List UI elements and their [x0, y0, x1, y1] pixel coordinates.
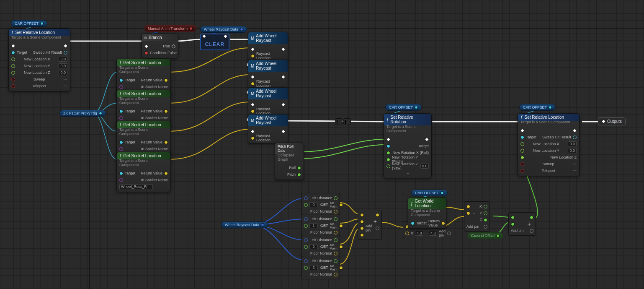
- pin-retval[interactable]: [164, 141, 168, 144]
- chk-teleport[interactable]: [572, 170, 577, 171]
- pin-sweephit[interactable]: [573, 135, 577, 139]
- pin-nz[interactable]: [520, 156, 524, 159]
- node-add-vector[interactable]: + Add pin: [358, 210, 382, 240]
- exec-out[interactable]: [223, 34, 227, 38]
- val-b[interactable]: 4.0: [429, 231, 437, 236]
- pin-hd[interactable]: [334, 259, 337, 263]
- exec-false[interactable]: [178, 51, 178, 55]
- node-set-relative-location-2[interactable]: ƒSet Relative Location Target is a Scene…: [518, 113, 580, 176]
- node-get-socket-4[interactable]: ƒGet Socket Location Target is a Scene C…: [116, 152, 171, 192]
- exec-out[interactable]: [281, 102, 285, 107]
- pin-b[interactable]: [511, 222, 515, 226]
- pin-nx[interactable]: [11, 57, 15, 61]
- val-z[interactable]: 0.0: [59, 70, 67, 75]
- node-array-get-2[interactable]: Hit Distance 2GETact Point Floor Normal: [301, 235, 340, 258]
- pin-nx[interactable]: [520, 142, 524, 146]
- pin-out[interactable]: [376, 213, 379, 217]
- exec-out[interactable]: [63, 44, 67, 48]
- pin-idx[interactable]: [304, 203, 308, 207]
- pin-d[interactable]: [360, 233, 364, 237]
- pin-target[interactable]: [119, 141, 123, 144]
- node-add-wheel-4[interactable]: MAdd Wheel Raycast Raycast Location: [248, 114, 288, 143]
- pin-loc[interactable]: [251, 136, 255, 140]
- pin-idx[interactable]: [304, 266, 308, 270]
- chk-sweep[interactable]: [63, 79, 67, 80]
- node-branch[interactable]: ⎌Branch True ConditionFalse: [142, 34, 178, 58]
- pin-fn[interactable]: [334, 273, 337, 276]
- pin-fn[interactable]: [334, 252, 337, 255]
- pin-nz[interactable]: [11, 71, 15, 75]
- exec-in[interactable]: [250, 47, 255, 51]
- pin-roll[interactable]: [297, 166, 301, 170]
- pin-insocket[interactable]: [119, 116, 123, 120]
- pin-ry[interactable]: [386, 158, 390, 161]
- pin-a[interactable]: [466, 205, 470, 208]
- exec-in[interactable]: [601, 119, 605, 123]
- pin-target[interactable]: [520, 135, 524, 139]
- pin-arr[interactable]: [304, 259, 308, 263]
- pin-x[interactable]: [484, 205, 487, 208]
- reroute-exec[interactable]: [335, 118, 343, 125]
- pin-cond[interactable]: [144, 51, 148, 55]
- node-add-wheel-2[interactable]: MAdd Wheel Raycast Raycast Location: [248, 60, 288, 89]
- index[interactable]: 1: [309, 223, 318, 228]
- pin-insocket[interactable]: [119, 147, 123, 151]
- pin-retval[interactable]: [441, 221, 445, 225]
- pin-hd[interactable]: [334, 238, 337, 242]
- pin-teleport[interactable]: [520, 169, 524, 173]
- index[interactable]: 0: [309, 202, 318, 207]
- pin-pitch[interactable]: [297, 173, 301, 177]
- socket-name[interactable]: Wheel_Rear_R: [119, 184, 153, 189]
- pin-sweep[interactable]: [11, 78, 15, 81]
- pin-c[interactable]: [360, 227, 364, 230]
- val-y[interactable]: 0.0: [568, 148, 577, 153]
- pin-arr[interactable]: [304, 196, 308, 200]
- pin-ip[interactable]: [339, 245, 343, 249]
- exec-out[interactable]: [572, 128, 577, 133]
- pin-out[interactable]: [530, 216, 533, 219]
- pin-ip[interactable]: [339, 224, 343, 228]
- pin-target[interactable]: [11, 51, 15, 55]
- exec-out[interactable]: [281, 75, 285, 79]
- pin-ny[interactable]: [11, 64, 15, 68]
- pin-loc[interactable]: [251, 82, 255, 86]
- node-pitch-roll-calc[interactable]: Pitch Roll Calc Collapsed Graph Roll Pit…: [275, 143, 304, 180]
- pin-y[interactable]: [484, 211, 487, 215]
- exec-in[interactable]: [202, 34, 206, 38]
- exec-out[interactable]: [425, 137, 429, 141]
- tag-wheel-raycast-data-top[interactable]: Wheel Raycast Data: [200, 26, 247, 33]
- exec-true[interactable]: [171, 44, 175, 48]
- node-add-wheel-1[interactable]: MAdd Wheel Raycast Raycast Location: [248, 32, 288, 61]
- pin-retval[interactable]: [164, 109, 168, 113]
- pin-a[interactable]: [360, 213, 364, 217]
- add-pin-icon[interactable]: [376, 227, 379, 230]
- pin-hd[interactable]: [334, 217, 337, 221]
- pin-retval[interactable]: [164, 78, 168, 82]
- pin-fn[interactable]: [334, 231, 337, 234]
- node-subtract-break[interactable]: X −Y Z Add pin: [464, 201, 490, 232]
- exec-in[interactable]: [250, 75, 255, 79]
- tag-car-offset-1[interactable]: CAR OFFSET: [11, 20, 47, 27]
- pin-arr[interactable]: [304, 238, 308, 242]
- node-add-float[interactable]: + Add pin: [508, 212, 536, 236]
- pin-a[interactable]: [511, 216, 515, 219]
- node-array-get-3[interactable]: Hit Distance 3GETact Point Floor Normal: [301, 256, 340, 279]
- tag-ground-offset[interactable]: Ground Offset: [467, 232, 503, 239]
- add-pin-icon[interactable]: [530, 229, 533, 233]
- node-get-world-location[interactable]: ƒGet World Location Target is a Scene Co…: [408, 197, 446, 229]
- pin-target[interactable]: [411, 221, 415, 225]
- pin-ip[interactable]: [339, 266, 343, 270]
- index[interactable]: 2: [309, 244, 318, 249]
- tag-wheel-raycast-data-bottom[interactable]: Wheel Raycast Data: [221, 221, 268, 228]
- tag-car-offset-3[interactable]: CAR OFFSET: [519, 104, 556, 111]
- tag-car-offset-4[interactable]: CAR OFFSET: [411, 190, 448, 196]
- pin-fn[interactable]: [334, 210, 337, 213]
- add-pin-icon[interactable]: [484, 225, 487, 229]
- pin-teleport[interactable]: [11, 84, 15, 88]
- exec-in[interactable]: [250, 102, 255, 107]
- exec-out[interactable]: [281, 129, 285, 133]
- pin-sweep[interactable]: [520, 162, 524, 166]
- exec-out[interactable]: [281, 47, 285, 51]
- reroute-exec-2[interactable]: [343, 118, 351, 125]
- pin-retval[interactable]: [164, 172, 168, 175]
